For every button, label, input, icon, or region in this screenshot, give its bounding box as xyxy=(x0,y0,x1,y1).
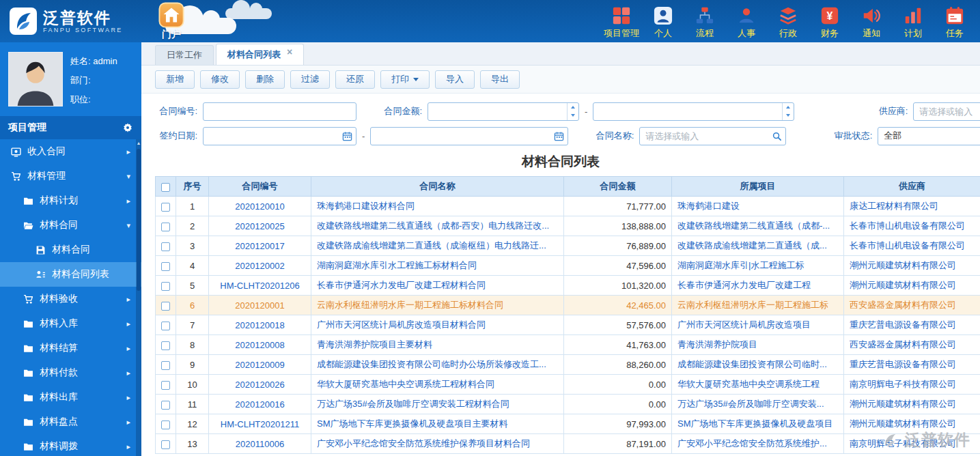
search-icon[interactable] xyxy=(772,131,782,141)
contract-code-link[interactable]: 2020120008 xyxy=(235,340,284,350)
contract-name-link[interactable]: 青海洪湖养护院项目主要材料 xyxy=(317,339,432,350)
topnav-personal[interactable]: 个人 xyxy=(643,3,683,40)
table-row[interactable]: 92020120009成都能源建设集团投资有限公司临时办公场所装修改造工...8… xyxy=(156,355,980,375)
topnav-task[interactable]: 任务 xyxy=(935,3,975,40)
sign-date-end-input[interactable] xyxy=(370,127,568,145)
supplier-link[interactable]: 康达工程材料有限公司 xyxy=(850,201,938,211)
project-link[interactable]: 华软大厦研究基地中央空调系统工程 xyxy=(677,379,820,389)
amount-min-input[interactable] xyxy=(428,102,579,121)
contract-code-link[interactable]: 2020120025 xyxy=(235,221,284,231)
contract-no-input[interactable] xyxy=(203,102,356,121)
topnav-finance[interactable]: ¥财务 xyxy=(810,3,850,40)
supplier-link[interactable]: 长春市博山机电设备有限公司 xyxy=(850,240,965,251)
project-link[interactable]: 长春市伊通河水力发电厂改建工程 xyxy=(677,280,811,290)
supplier-link[interactable]: 潮州元顺建筑材料有限公司 xyxy=(850,280,956,290)
contract-name-link[interactable]: 广安邓小平纪念馆安全防范系统维护保养项目材料合同 xyxy=(317,438,530,448)
column-header[interactable]: 合同名称 xyxy=(311,177,564,197)
spinner-icon[interactable] xyxy=(782,103,794,120)
table-row[interactable]: 82020120008青海洪湖养护院项目主要材料41,763.00青海洪湖养护院… xyxy=(156,335,980,355)
spinner-icon[interactable] xyxy=(567,103,578,120)
toolbar-print-button[interactable]: 打印 xyxy=(380,70,430,89)
row-checkbox[interactable] xyxy=(161,401,170,410)
row-checkbox[interactable] xyxy=(161,203,170,212)
table-row[interactable]: 5HM-CLHT20201206长春市伊通河水力发电厂改建工程材料合同101,3… xyxy=(156,276,980,296)
table-row[interactable]: 12020120010珠海鹤港口建设材料合同71,777.00珠海鹤港口建设康达… xyxy=(156,197,980,216)
project-link[interactable]: 广州市天河区统计局机房改造项目 xyxy=(677,319,811,330)
sidebar-item-3[interactable]: 材料合同▾ xyxy=(0,213,141,238)
contract-code-link[interactable]: 2020120002 xyxy=(235,261,284,271)
row-checkbox[interactable] xyxy=(161,223,170,231)
contract-code-link[interactable]: HM-CLHT20201211 xyxy=(221,419,299,429)
contract-name-link[interactable]: 改建铁路成渝线增建第二直通线（成渝枢纽）电力线路迁... xyxy=(317,240,546,251)
contract-name-link[interactable]: 改建铁路线增建第二线直通线（成都-西安）电力线路迁改... xyxy=(317,220,549,231)
row-checkbox[interactable] xyxy=(161,361,170,370)
column-header[interactable]: 供应商 xyxy=(844,177,980,197)
row-checkbox[interactable] xyxy=(161,262,170,271)
table-row[interactable]: 102020120026华软大厦研究基地中央空调系统工程材料合同0.00华软大厦… xyxy=(156,375,980,395)
contract-code-link[interactable]: 2020110006 xyxy=(236,439,284,449)
contract-code-link[interactable]: 2020120010 xyxy=(235,201,284,212)
contract-code-link[interactable]: 2020120001 xyxy=(235,300,284,311)
sidebar-item-4[interactable]: 材料合同 xyxy=(0,238,141,262)
toolbar-edit-button[interactable]: 修改 xyxy=(200,70,240,89)
project-link[interactable]: 湖南洞庭湖水库引|水工程施工标 xyxy=(677,260,804,270)
contract-name-link[interactable]: 湖南洞庭湖水库引水工程施工标材料合同 xyxy=(317,260,477,270)
row-checkbox[interactable] xyxy=(161,341,170,350)
project-link[interactable]: 广安邓小平纪念馆安全防范系统维护... xyxy=(677,438,827,448)
supplier-link[interactable]: 潮州元顺建筑材料有限公司 xyxy=(850,260,956,270)
topnav-plan[interactable]: 计划 xyxy=(893,3,933,40)
row-checkbox[interactable] xyxy=(161,282,170,291)
contract-name-link[interactable]: 广州市天河区统计局机房改造项目材料合同 xyxy=(317,319,486,330)
toolbar-add-button[interactable]: 新增 xyxy=(155,70,195,89)
project-link[interactable]: 云南水利枢纽潜明水库一期工程施工标 xyxy=(677,300,828,310)
calendar-icon[interactable] xyxy=(342,131,352,141)
portal-button[interactable]: 门户 xyxy=(158,2,184,41)
row-checkbox[interactable] xyxy=(161,242,170,251)
scrollbar-thumb[interactable] xyxy=(137,149,141,291)
table-row[interactable]: 132020110006广安邓小平纪念馆安全防范系统维护保养项目材料合同87,1… xyxy=(156,434,980,454)
sidebar-item-12[interactable]: 材料调拨▸ xyxy=(0,434,141,456)
row-checkbox[interactable] xyxy=(161,302,170,311)
table-row[interactable]: 62020120001云南水利枢纽潜明水库一期工程施工标材料合同42,465.0… xyxy=(156,296,980,315)
row-checkbox[interactable] xyxy=(161,440,170,449)
table-row[interactable]: 22020120025改建铁路线增建第二线直通线（成都-西安）电力线路迁改...… xyxy=(156,216,980,236)
sidebar-item-6[interactable]: 材料验收▸ xyxy=(0,287,141,311)
supplier-link[interactable]: 西安盛器金属材料有限公司 xyxy=(850,339,956,350)
sidebar-item-10[interactable]: 材料出库▸ xyxy=(0,385,141,410)
supplier-link[interactable]: 潮州元顺建筑材料有限公司 xyxy=(850,399,956,409)
contract-name-link[interactable]: 成都能源建设集团投资有限公司临时办公场所装修改造工... xyxy=(317,359,546,369)
topnav-notification[interactable]: 通知 xyxy=(852,3,891,40)
project-link[interactable]: 万达广场35#会所及咖啡厅空调安装... xyxy=(677,399,824,409)
select-all-checkbox[interactable] xyxy=(161,183,170,192)
toolbar-export-button[interactable]: 导出 xyxy=(480,70,520,89)
sidebar-item-1[interactable]: 材料管理▾ xyxy=(0,164,141,188)
amount-max-input[interactable] xyxy=(593,102,794,121)
toolbar-restore-button[interactable]: 还原 xyxy=(335,70,375,89)
toolbar-delete-button[interactable]: 删除 xyxy=(245,70,285,89)
topnav-administration[interactable]: 行政 xyxy=(768,3,808,40)
row-checkbox[interactable] xyxy=(161,381,170,390)
sidebar-item-11[interactable]: 材料盘点▸ xyxy=(0,410,141,434)
contract-name-link[interactable]: 珠海鹤港口建设材料合同 xyxy=(317,201,415,211)
sidebar-scrollbar[interactable]: ▲ xyxy=(136,139,141,456)
sidebar-item-7[interactable]: 材料入库▸ xyxy=(0,311,141,336)
table-row[interactable]: 112020120016万达广场35#会所及咖啡厅空调安装工程材料合同0.00万… xyxy=(156,395,980,414)
project-link[interactable]: 珠海鹤港口建设 xyxy=(677,201,740,211)
supplier-link[interactable]: 南京明辉电子科技有限公司 xyxy=(850,379,956,389)
table-row[interactable]: 72020120018广州市天河区统计局机房改造项目材料合同57,576.00广… xyxy=(156,315,980,335)
project-link[interactable]: SM广场地下车库更换摄像机及硬盘项目 xyxy=(677,418,833,429)
project-link[interactable]: 改建铁路线增建第二线直通线（成都-... xyxy=(677,220,830,231)
approval-status-select[interactable]: 全部 xyxy=(878,127,980,145)
contract-code-link[interactable]: 2020120017 xyxy=(235,241,284,251)
project-link[interactable]: 青海洪湖养护院项目 xyxy=(677,339,757,350)
sidebar-item-9[interactable]: 材料付款▸ xyxy=(0,360,141,385)
contract-name-link[interactable]: 云南水利枢纽潜明水库一期工程施工标材料合同 xyxy=(317,300,503,310)
sidebar-item-5[interactable]: 材料合同列表 xyxy=(0,262,141,287)
sidebar-item-0[interactable]: 收入合同▸ xyxy=(0,139,141,164)
contract-code-link[interactable]: 2020120009 xyxy=(235,360,284,370)
supplier-link[interactable]: 潮州元顺建筑材料有限公司 xyxy=(850,418,956,429)
gear-icon[interactable] xyxy=(122,122,133,133)
column-header[interactable]: 序号 xyxy=(176,177,209,197)
supplier-link[interactable]: 西安盛器金属材料有限公司 xyxy=(850,300,956,310)
topnav-hr[interactable]: 人事 xyxy=(727,3,766,40)
